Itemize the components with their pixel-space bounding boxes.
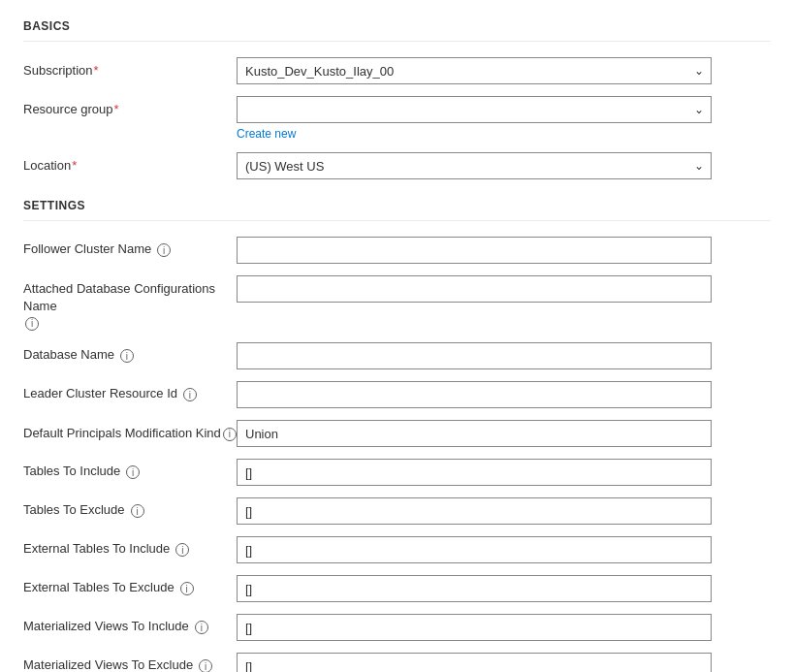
- external-tables-to-exclude-info-icon[interactable]: i: [180, 582, 194, 595]
- external-tables-to-exclude-input[interactable]: [237, 575, 712, 602]
- materialized-views-to-exclude-row: Materialized Views To Exclude i: [23, 653, 771, 672]
- attached-db-config-name-label: Attached Database Configurations Name i: [23, 275, 237, 331]
- materialized-views-to-include-label: Materialized Views To Include i: [23, 614, 237, 634]
- basics-divider: [23, 41, 771, 42]
- tables-to-exclude-info-icon[interactable]: i: [131, 504, 144, 518]
- materialized-views-to-exclude-info-icon[interactable]: i: [199, 659, 212, 672]
- default-principals-modification-kind-control: [237, 420, 712, 447]
- external-tables-to-include-control: [237, 536, 712, 563]
- attached-db-config-name-row: Attached Database Configurations Name i: [23, 275, 771, 331]
- database-name-input[interactable]: [237, 342, 712, 369]
- location-basics-control: (US) West US ⌄: [237, 152, 712, 179]
- external-tables-to-include-row: External Tables To Include i: [23, 536, 771, 563]
- location-basics-row: Location * (US) West US ⌄: [23, 152, 771, 179]
- tables-to-exclude-control: [237, 497, 712, 525]
- default-principals-modification-kind-row: Default Principals Modification Kind i: [23, 420, 771, 447]
- external-tables-to-include-input[interactable]: [237, 536, 712, 563]
- location-required: *: [72, 157, 77, 175]
- settings-section: SETTINGS Follower Cluster Name i Attache…: [23, 199, 771, 672]
- tables-to-include-row: Tables To Include i: [23, 459, 771, 486]
- external-tables-to-exclude-control: [237, 575, 712, 602]
- default-principals-modification-kind-input[interactable]: [237, 420, 712, 447]
- basics-title: BASICS: [23, 19, 771, 33]
- resource-group-required: *: [114, 101, 119, 118]
- tables-to-include-info-icon[interactable]: i: [126, 465, 140, 479]
- database-name-row: Database Name i: [23, 342, 771, 369]
- external-tables-to-include-label: External Tables To Include i: [23, 536, 237, 557]
- create-new-link[interactable]: Create new: [237, 127, 712, 141]
- location-basics-label: Location *: [23, 152, 237, 175]
- attached-db-config-name-info-icon[interactable]: i: [25, 317, 39, 331]
- resource-group-row: Resource group * ⌄ Create new: [23, 96, 771, 141]
- external-tables-to-include-info-icon[interactable]: i: [175, 543, 189, 557]
- subscription-control: Kusto_Dev_Kusto_Ilay_00 ⌄: [237, 57, 712, 84]
- materialized-views-to-exclude-control: [237, 653, 712, 672]
- tables-to-include-control: [237, 459, 712, 486]
- subscription-row: Subscription * Kusto_Dev_Kusto_Ilay_00 ⌄: [23, 57, 771, 84]
- leader-cluster-resource-id-label: Leader Cluster Resource Id i: [23, 381, 237, 401]
- database-name-control: [237, 342, 712, 369]
- materialized-views-to-include-input[interactable]: [237, 614, 712, 641]
- location-select[interactable]: (US) West US: [237, 152, 712, 179]
- follower-cluster-name-row: Follower Cluster Name i: [23, 237, 771, 264]
- tables-to-exclude-label: Tables To Exclude i: [23, 497, 237, 518]
- resource-group-label: Resource group *: [23, 96, 237, 118]
- materialized-views-to-exclude-label: Materialized Views To Exclude i: [23, 653, 237, 672]
- subscription-required: *: [94, 62, 99, 80]
- default-principals-modification-kind-label: Default Principals Modification Kind i: [23, 420, 237, 442]
- tables-to-include-input[interactable]: [237, 459, 712, 486]
- tables-to-exclude-row: Tables To Exclude i: [23, 497, 771, 525]
- basics-section: BASICS Subscription * Kusto_Dev_Kusto_Il…: [23, 19, 771, 179]
- location-select-wrapper: (US) West US ⌄: [237, 152, 712, 179]
- follower-cluster-name-control: [237, 237, 712, 264]
- attached-db-config-name-input[interactable]: [237, 275, 712, 303]
- leader-cluster-resource-id-info-icon[interactable]: i: [183, 388, 197, 401]
- materialized-views-to-exclude-input[interactable]: [237, 653, 712, 672]
- subscription-label: Subscription *: [23, 57, 237, 80]
- follower-cluster-name-input[interactable]: [237, 237, 712, 264]
- attached-db-config-name-control: [237, 275, 712, 303]
- materialized-views-to-include-row: Materialized Views To Include i: [23, 614, 771, 641]
- subscription-select[interactable]: Kusto_Dev_Kusto_Ilay_00: [237, 57, 712, 84]
- database-name-label: Database Name i: [23, 342, 237, 363]
- resource-group-select[interactable]: [237, 96, 712, 123]
- external-tables-to-exclude-row: External Tables To Exclude i: [23, 575, 771, 602]
- subscription-select-wrapper: Kusto_Dev_Kusto_Ilay_00 ⌄: [237, 57, 712, 84]
- database-name-info-icon[interactable]: i: [120, 349, 134, 363]
- external-tables-to-exclude-label: External Tables To Exclude i: [23, 575, 237, 595]
- follower-cluster-name-info-icon[interactable]: i: [157, 243, 171, 257]
- settings-divider: [23, 220, 771, 221]
- materialized-views-to-include-info-icon[interactable]: i: [195, 621, 208, 634]
- tables-to-exclude-input[interactable]: [237, 497, 712, 525]
- leader-cluster-resource-id-input[interactable]: [237, 381, 712, 408]
- resource-group-control: ⌄ Create new: [237, 96, 712, 141]
- follower-cluster-name-label: Follower Cluster Name i: [23, 237, 237, 257]
- materialized-views-to-include-control: [237, 614, 712, 641]
- default-principals-modification-kind-info-icon[interactable]: i: [223, 428, 237, 441]
- settings-title: SETTINGS: [23, 199, 771, 212]
- leader-cluster-resource-id-row: Leader Cluster Resource Id i: [23, 381, 771, 408]
- resource-group-select-wrapper: ⌄: [237, 96, 712, 123]
- tables-to-include-label: Tables To Include i: [23, 459, 237, 479]
- leader-cluster-resource-id-control: [237, 381, 712, 408]
